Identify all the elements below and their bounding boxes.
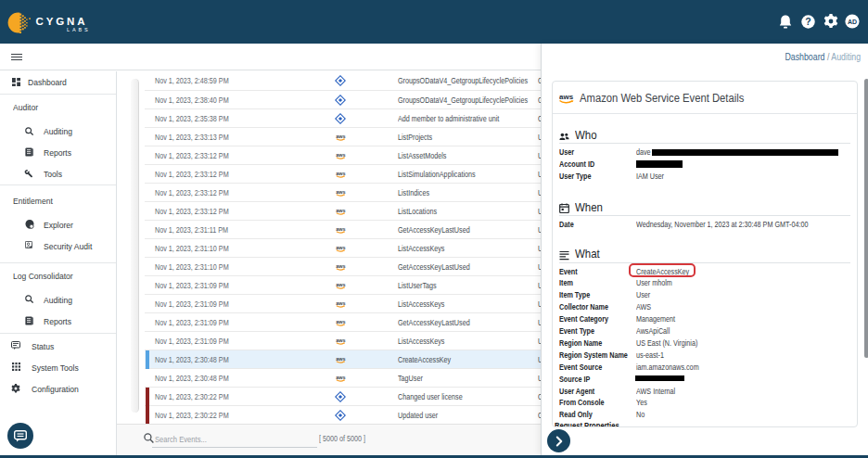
svg-text:aws: aws <box>336 134 345 139</box>
svg-text:aws: aws <box>336 226 345 232</box>
svg-text:aws: aws <box>336 245 345 250</box>
svg-text:aws: aws <box>336 300 345 306</box>
svg-text:aws: aws <box>336 208 345 213</box>
svg-text:aws: aws <box>336 282 345 287</box>
svg-text:?: ? <box>805 16 811 27</box>
svg-text:aws: aws <box>336 337 345 343</box>
svg-text:aws: aws <box>559 93 574 101</box>
svg-text:aws: aws <box>336 319 345 324</box>
svg-text:aws: aws <box>336 152 345 158</box>
svg-text:aws: aws <box>336 189 345 195</box>
svg-text:aws: aws <box>336 356 345 362</box>
svg-text:aws: aws <box>336 171 345 176</box>
svg-text:AD: AD <box>848 19 857 25</box>
svg-text:aws: aws <box>336 375 345 380</box>
svg-text:aws: aws <box>336 263 345 269</box>
